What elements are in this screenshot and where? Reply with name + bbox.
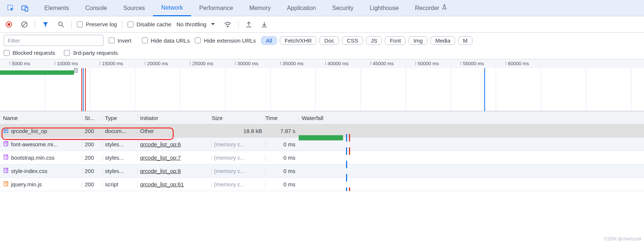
- cell-initiator[interactable]: qrcode_list_op:8: [138, 168, 211, 174]
- col-header-name[interactable]: Name: [0, 115, 82, 121]
- inspect-element-icon[interactable]: [4, 0, 18, 16]
- tab-console[interactable]: Console: [77, 0, 115, 16]
- timeline-tick: 15000 ms: [102, 61, 123, 66]
- cell-initiator[interactable]: qrcode_list_op:6: [138, 141, 211, 147]
- search-icon[interactable]: [56, 19, 66, 30]
- checkbox-icon: [4, 50, 10, 56]
- cell-time: 0 ms: [265, 168, 298, 174]
- cell-time: 0 ms: [265, 181, 298, 187]
- timeline-ruler: 5000 ms10000 ms15000 ms20000 ms25000 ms3…: [0, 59, 644, 68]
- network-conditions-icon[interactable]: [223, 19, 233, 30]
- tab-lighthouse[interactable]: Lighthouse: [362, 0, 407, 16]
- invert-label: Invert: [118, 37, 132, 44]
- table-row[interactable]: bootstrap.min.css200styles...qrcode_list…: [0, 151, 644, 164]
- third-party-label: 3rd-party requests: [73, 50, 118, 56]
- cell-time: 0 ms: [265, 141, 298, 147]
- filter-chip-fetchxhr[interactable]: Fetch/XHR: [280, 36, 316, 45]
- cell-name: style-index.css: [0, 167, 82, 174]
- timeline-tick: 20000 ms: [147, 61, 168, 66]
- cell-type: styles...: [102, 141, 138, 147]
- invert-checkbox[interactable]: Invert: [109, 37, 132, 44]
- separator: [35, 20, 35, 29]
- filter-chip-all[interactable]: All: [261, 36, 277, 45]
- throttling-select[interactable]: No throttling: [176, 21, 217, 27]
- disable-cache-checkbox[interactable]: Disable cache: [128, 21, 171, 27]
- cell-status: 200: [82, 154, 102, 161]
- filter-chip-font[interactable]: Font: [385, 36, 406, 45]
- waterfall-dcl-marker: [346, 174, 347, 182]
- filter-chip-js[interactable]: JS: [366, 36, 382, 45]
- network-table-header: Name St... Type Initiator Size Time Wate…: [0, 111, 644, 124]
- filter-chip-media[interactable]: Media: [430, 36, 455, 45]
- cell-name: font-awesome.mi...: [0, 141, 82, 148]
- js-file-icon: [3, 181, 9, 188]
- filter-bar: Invert Hide data URLs Hide extension URL…: [0, 33, 644, 48]
- tab-elements[interactable]: Elements: [36, 0, 77, 16]
- cell-initiator[interactable]: qrcode_list_op:7: [138, 154, 211, 161]
- tab-application[interactable]: Application: [279, 0, 324, 16]
- blocked-requests-checkbox[interactable]: Blocked requests: [4, 50, 55, 56]
- checkbox-icon: [128, 21, 133, 27]
- download-har-icon[interactable]: [259, 19, 270, 30]
- timeline-tick: 5000 ms: [12, 61, 30, 66]
- filter-input[interactable]: [4, 35, 104, 46]
- separator: [71, 20, 72, 29]
- table-row[interactable]: style-index.css200styles...qrcode_list_o…: [0, 164, 644, 178]
- separator: [122, 20, 122, 29]
- filter-toggle-icon[interactable]: [40, 19, 51, 30]
- svg-line-8: [62, 25, 64, 27]
- cell-size: 18.8 kB: [211, 128, 265, 134]
- filter-chip-css[interactable]: CSS: [342, 36, 363, 45]
- checkbox-icon: [64, 50, 70, 56]
- cell-name: bootstrap.min.css: [0, 154, 82, 161]
- timeline-body: [0, 68, 644, 111]
- annotation-highlight: [1, 127, 174, 140]
- timeline-activity-bar: [0, 70, 74, 75]
- hide-extension-urls-label: Hide extension URLs: [204, 37, 256, 44]
- tab-sources[interactable]: Sources: [115, 0, 153, 16]
- col-header-type[interactable]: Type: [102, 115, 138, 121]
- file-name: font-awesome.mi...: [11, 141, 58, 147]
- blocked-requests-label: Blocked requests: [13, 50, 55, 56]
- cell-size: (memory c...: [211, 168, 265, 174]
- hide-extension-urls-checkbox[interactable]: Hide extension URLs: [195, 37, 256, 44]
- waterfall-load-marker: [349, 187, 350, 192]
- record-button[interactable]: [4, 19, 14, 30]
- tab-memory[interactable]: Memory: [241, 0, 279, 16]
- upload-har-icon[interactable]: [244, 19, 254, 30]
- table-row[interactable]: jquery.min.js200scriptqrcode_list_op:61(…: [0, 178, 644, 191]
- filter-chip-m[interactable]: M: [458, 36, 472, 45]
- col-header-initiator[interactable]: Initiator: [138, 115, 211, 121]
- hide-data-urls-checkbox[interactable]: Hide data URLs: [142, 37, 190, 44]
- filter-chip-doc[interactable]: Doc: [319, 36, 339, 45]
- css-file-icon: [3, 167, 9, 174]
- col-header-status[interactable]: St...: [82, 115, 102, 121]
- waterfall-dcl-marker: [346, 147, 347, 155]
- col-header-size[interactable]: Size: [211, 115, 265, 121]
- tab-security[interactable]: Security: [324, 0, 362, 16]
- col-header-waterfall[interactable]: Waterfall: [298, 115, 644, 121]
- tab-performance[interactable]: Performance: [191, 0, 241, 16]
- chevron-down-icon: [211, 21, 215, 27]
- col-header-time[interactable]: Time: [265, 115, 298, 121]
- timeline-tick: 50000 ms: [418, 61, 439, 66]
- cell-status: 200: [82, 181, 102, 187]
- preserve-log-checkbox[interactable]: Preserve log: [77, 21, 117, 27]
- filter-chip-img[interactable]: Img: [409, 36, 427, 45]
- cell-status: 200: [82, 168, 102, 174]
- preserve-log-label: Preserve log: [86, 21, 117, 27]
- tab-network[interactable]: Network: [153, 0, 191, 16]
- third-party-checkbox[interactable]: 3rd-party requests: [64, 50, 118, 56]
- waterfall-dcl-marker: [346, 161, 347, 168]
- timeline-load-marker: [81, 68, 82, 111]
- timeline-overview[interactable]: 5000 ms10000 ms15000 ms20000 ms25000 ms3…: [0, 59, 644, 111]
- clear-button[interactable]: [19, 19, 30, 30]
- timeline-handle[interactable]: [74, 68, 78, 73]
- file-name: jquery.min.js: [11, 181, 42, 187]
- cell-initiator[interactable]: qrcode_list_op:61: [138, 181, 211, 187]
- css-file-icon: [3, 154, 9, 161]
- tab-recorder[interactable]: Recorder: [407, 0, 456, 16]
- cell-name: jquery.min.js: [0, 181, 82, 188]
- timeline-tick: 40000 ms: [328, 61, 349, 66]
- device-toolbar-icon[interactable]: [18, 0, 32, 16]
